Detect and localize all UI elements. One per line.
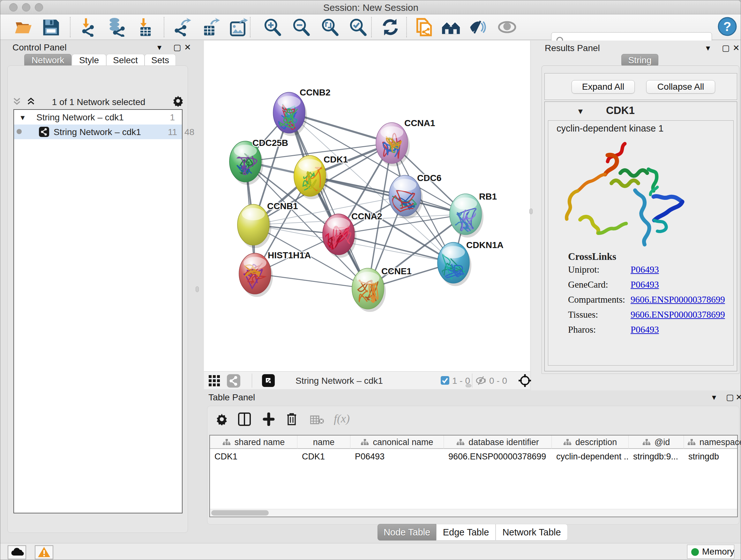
open-session-button[interactable] bbox=[14, 17, 33, 37]
delete-column-button[interactable] bbox=[286, 413, 297, 427]
network-status-dot bbox=[17, 129, 22, 134]
create-column-button[interactable] bbox=[262, 413, 275, 427]
network-edge-count: 48 bbox=[185, 127, 194, 137]
scrollbar-thumb[interactable] bbox=[211, 510, 269, 516]
selected-checkbox[interactable] bbox=[441, 376, 449, 385]
table-cell[interactable]: CDK1 bbox=[297, 449, 350, 464]
column-header-shared-name[interactable]: shared name bbox=[210, 435, 297, 449]
export-image-button[interactable] bbox=[229, 17, 248, 37]
expand-all-networks-button[interactable] bbox=[26, 97, 36, 107]
gene-section: ▼ CDK1 cyclin-dependent kinase 1 bbox=[544, 102, 737, 371]
control-panel-close-button[interactable]: ✕ bbox=[184, 43, 191, 51]
tab-network-table[interactable]: Network Table bbox=[495, 524, 568, 541]
show-columns-button[interactable] bbox=[238, 413, 251, 427]
column-tree-icon bbox=[222, 439, 231, 446]
control-panel-float-button[interactable]: ▢ bbox=[173, 43, 181, 51]
table-cell[interactable]: CDK1 bbox=[210, 449, 297, 464]
delete-table-button[interactable] bbox=[310, 415, 324, 426]
import-database-button[interactable] bbox=[107, 17, 126, 37]
show-hide-panels-button[interactable] bbox=[469, 17, 488, 37]
function-builder-button[interactable]: f(x) bbox=[334, 412, 350, 425]
tab-style[interactable]: Style bbox=[72, 54, 106, 67]
crosslink-link[interactable]: P06493 bbox=[630, 264, 659, 275]
fit-selected-crosshair-button[interactable] bbox=[518, 374, 532, 389]
collection-label: String Network – cdk1 bbox=[37, 112, 124, 123]
horizontal-scrollbar[interactable] bbox=[210, 509, 737, 516]
show-graphics-button[interactable] bbox=[497, 17, 517, 37]
clone-network-button[interactable] bbox=[414, 17, 434, 37]
section-collapse-triangle-icon[interactable]: ▼ bbox=[577, 107, 584, 116]
table-row[interactable]: CDK1CDK1P064939606.ENSP00000378699cyclin… bbox=[210, 449, 737, 464]
crosslink-link[interactable]: P06493 bbox=[630, 324, 659, 335]
double-chevron-up-icon bbox=[26, 97, 36, 106]
home-button[interactable] bbox=[441, 17, 461, 37]
network-collection-row[interactable]: ▼ String Network – cdk1 1 bbox=[14, 110, 182, 125]
tab-network[interactable]: Network bbox=[24, 54, 71, 67]
network-selection-status: 1 of 1 Network selected bbox=[46, 97, 151, 107]
tab-node-table[interactable]: Node Table bbox=[378, 524, 436, 541]
network-row[interactable]: String Network – cdk1 11 48 bbox=[14, 125, 182, 139]
zoom-in-button[interactable] bbox=[263, 17, 282, 37]
zoom-selected-button[interactable] bbox=[348, 17, 367, 37]
network-graph[interactable]: CCNB2CCNA1CDC25BCDK1CDC6RB1CCNB1CCNA2CDK… bbox=[204, 41, 530, 371]
control-panel-menu-button[interactable]: ▾ bbox=[157, 43, 161, 51]
table-cell[interactable]: stringdb:9... bbox=[629, 449, 684, 464]
tab-select[interactable]: Select bbox=[106, 54, 145, 67]
crosslink-link[interactable]: 9606.ENSP00000378699 bbox=[630, 309, 725, 320]
right-splitter-handle[interactable] bbox=[529, 208, 533, 214]
table-cell[interactable]: P06493 bbox=[350, 449, 444, 464]
zoom-out-button[interactable] bbox=[291, 17, 311, 37]
network-icon-button[interactable] bbox=[227, 374, 240, 389]
crosslink-row: Pharos:P06493 bbox=[548, 324, 733, 339]
column-header-canonical-name[interactable]: canonical name bbox=[350, 435, 444, 449]
results-panel-close-button[interactable]: ✕ bbox=[733, 44, 740, 52]
crosslink-link[interactable]: 9606.ENSP00000378699 bbox=[630, 294, 725, 305]
column-header--id[interactable]: @id bbox=[629, 435, 684, 449]
network-options-gear-button[interactable] bbox=[172, 95, 184, 108]
tab-string[interactable]: String bbox=[621, 54, 658, 67]
birds-eye-view-button[interactable] bbox=[262, 374, 275, 388]
crosslink-link[interactable]: P06493 bbox=[630, 279, 659, 290]
table-cell[interactable]: stringdb bbox=[684, 449, 741, 464]
save-session-button[interactable] bbox=[41, 17, 60, 37]
hidden-eye-icon bbox=[476, 376, 487, 385]
graph-node-label-CCNB2: CCNB2 bbox=[300, 87, 330, 98]
table-panel-close-button[interactable]: ✕ bbox=[736, 393, 741, 401]
tab-edge-table[interactable]: Edge Table bbox=[436, 524, 495, 541]
export-table-button[interactable] bbox=[201, 17, 220, 37]
refresh-button[interactable] bbox=[381, 17, 400, 37]
network-canvas[interactable]: CCNB2CCNA1CDC25BCDK1CDC6RB1CCNB1CCNA2CDK… bbox=[204, 41, 530, 371]
column-header-namespace[interactable]: namespace bbox=[684, 435, 741, 449]
import-network-button[interactable] bbox=[79, 17, 98, 37]
results-panel-title: Results Panel bbox=[545, 43, 600, 53]
table-cell[interactable]: 9606.ENSP00000378699 bbox=[444, 449, 552, 464]
expand-all-button[interactable]: Expand All bbox=[571, 80, 635, 94]
collapse-triangle-icon[interactable]: ▼ bbox=[19, 114, 26, 122]
network-list: ▼ String Network – cdk1 1 String Network… bbox=[13, 109, 183, 513]
collapse-all-networks-button[interactable] bbox=[12, 97, 22, 107]
results-panel-menu-button[interactable]: ▾ bbox=[706, 44, 710, 52]
table-options-gear-button[interactable] bbox=[216, 413, 228, 427]
column-header-description[interactable]: description bbox=[552, 435, 629, 449]
help-button[interactable]: ? bbox=[718, 17, 737, 36]
column-header-name[interactable]: name bbox=[297, 435, 350, 449]
bottom-splitter-handle[interactable] bbox=[466, 384, 471, 387]
houses-icon bbox=[441, 17, 461, 37]
export-network-button[interactable] bbox=[173, 17, 192, 37]
zoom-fit-button[interactable] bbox=[320, 17, 339, 37]
node-table: shared namenamecanonical namedatabase id… bbox=[209, 435, 738, 517]
table-panel-float-button[interactable]: ▢ bbox=[726, 393, 734, 401]
tab-sets[interactable]: Sets bbox=[145, 54, 176, 67]
cloud-status-button[interactable] bbox=[8, 545, 26, 559]
warnings-button[interactable] bbox=[35, 545, 53, 559]
collapse-all-button[interactable]: Collapse All bbox=[646, 80, 715, 94]
import-network-icon bbox=[79, 17, 98, 37]
table-cell[interactable]: cyclin-dependent ... bbox=[552, 449, 629, 464]
column-header-database-identifier[interactable]: database identifier bbox=[444, 435, 552, 449]
table-panel-menu-button[interactable]: ▾ bbox=[712, 393, 716, 401]
import-table-button[interactable] bbox=[136, 17, 155, 37]
grid-view-button[interactable] bbox=[208, 375, 220, 388]
memory-button[interactable]: Memory bbox=[687, 545, 734, 559]
left-splitter-handle[interactable] bbox=[196, 287, 199, 292]
results-panel-float-button[interactable]: ▢ bbox=[722, 44, 730, 52]
